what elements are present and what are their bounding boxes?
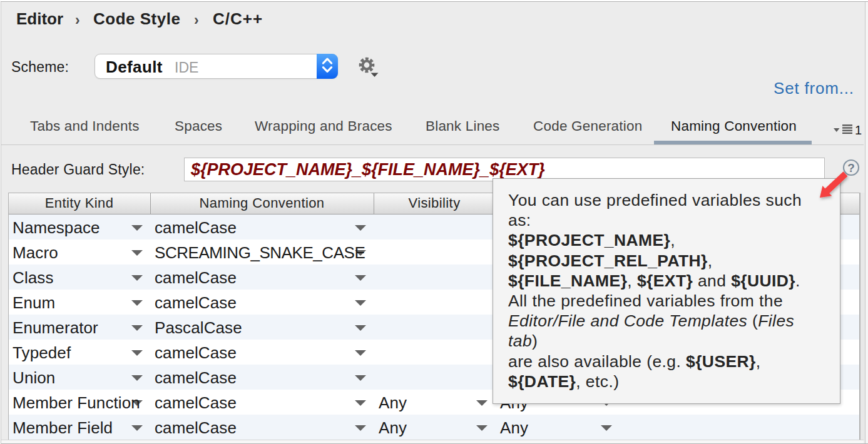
svg-text:1: 1 [855,123,862,137]
